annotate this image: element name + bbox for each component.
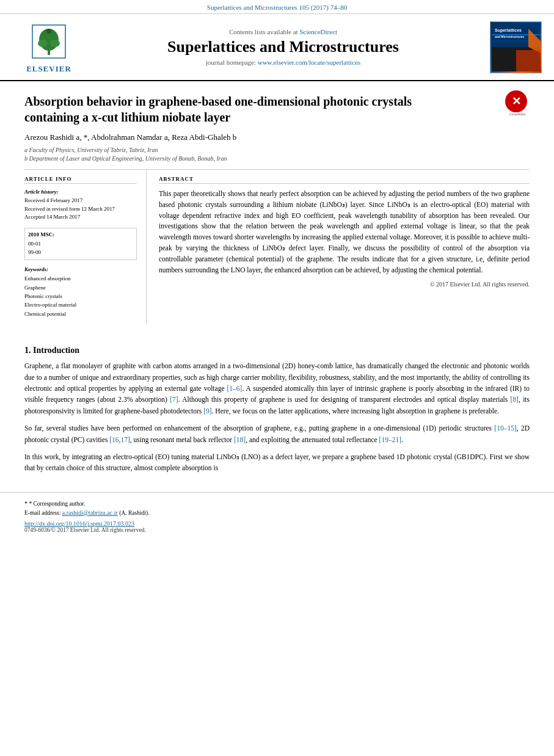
authors-line: Arezou Rashidi a, *, Abdolrahman Namdar …	[24, 133, 530, 142]
svg-text:and Microstructures: and Microstructures	[495, 35, 524, 38]
journal-header: ELSEVIER Contents lists available at Sci…	[0, 14, 554, 81]
sciencedirect-link[interactable]: ScienceDirect	[299, 28, 337, 35]
revised-date: Received in revised form 12 March 2017	[24, 205, 137, 214]
journal-homepage: journal homepage: www.elsevier.com/locat…	[86, 59, 481, 66]
received-date: Received 4 February 2017	[24, 197, 137, 205]
elsevier-logo-area: ELSEVIER	[12, 20, 86, 74]
ref-1-6: [1–6]	[227, 385, 242, 392]
msc-value-2: 99-00	[28, 248, 133, 256]
affiliation-b: b Department of Laser and Optical Engine…	[24, 154, 530, 163]
footer: * * Corresponding author. E-mail address…	[0, 492, 554, 540]
abstract-column: ABSTRACT This paper theoretically shows …	[159, 170, 530, 324]
authors-text: Arezou Rashidi a, *, Abdolrahman Namdar …	[24, 133, 236, 142]
body-paragraph-1: Graphene, a flat monolayer of graphite w…	[24, 360, 530, 416]
keyword-1: Enhanced absorption	[24, 274, 137, 283]
crossmark-icon: ✕	[512, 95, 521, 108]
keywords-label: Keywords:	[24, 266, 137, 272]
journal-title: Superlattices and Microstructures	[86, 38, 481, 56]
sciencedirect-line: Contents lists available at ScienceDirec…	[86, 28, 481, 35]
journal-badge: Superlattices and Microstructures	[490, 21, 542, 73]
svg-point-4	[38, 40, 48, 47]
ref-9: [9]	[203, 407, 211, 415]
svg-marker-12	[516, 50, 541, 71]
elsevier-brand-text: ELSEVIER	[26, 64, 71, 74]
section1-heading: 1. Introduction	[24, 346, 530, 355]
body-content: 1. Introduction Graphene, a flat monolay…	[0, 336, 554, 492]
star-icon: *	[24, 500, 27, 507]
body-paragraph-3: In this work, by integrating an electro-…	[24, 451, 530, 474]
journal-logo-right: Superlattices and Microstructures	[481, 21, 542, 73]
msc-box: 2010 MSC: 00-01 99-00	[24, 228, 137, 261]
keywords-section: Keywords: Enhanced absorption Graphene P…	[24, 266, 137, 318]
accepted-date: Accepted 14 March 2017	[24, 213, 137, 222]
article-content: Absorption behavior in graphene-based on…	[0, 81, 554, 336]
history-label: Article history:	[24, 189, 137, 195]
ref-7: [7]	[170, 396, 178, 403]
msc-value-1: 00-01	[28, 239, 133, 248]
section1-label: 1. Introduction	[24, 346, 79, 355]
article-history: Article history: Received 4 February 201…	[24, 189, 137, 222]
elsevier-tree-icon	[27, 20, 70, 63]
abstract-heading: ABSTRACT	[159, 176, 530, 184]
journal-center: Contents lists available at ScienceDirec…	[86, 28, 481, 66]
doi-link[interactable]: http://dx.doi.org/10.1016/j.spmi.2017.03…	[24, 520, 530, 527]
corresponding-note: * * Corresponding author.	[24, 499, 530, 508]
body-paragraph-2: So far, several studies have been perfor…	[24, 423, 530, 445]
ref-10-15: [10–15]	[494, 424, 516, 432]
crossmark-badge: ✕ CrossMark	[505, 90, 530, 115]
homepage-link[interactable]: www.elsevier.com/locate/superlattices	[258, 59, 361, 66]
email-link[interactable]: a.rashidi@tabrizu.ac.ir	[62, 509, 118, 516]
copyright-line: © 2017 Elsevier Ltd. All rights reserved…	[159, 281, 530, 288]
journal-badge-image: Superlattices and Microstructures	[492, 23, 541, 71]
abstract-text: This paper theoretically shows that near…	[159, 189, 530, 276]
page: Superlattices and Microstructures 105 (2…	[0, 0, 554, 756]
keyword-5: Chemical potential	[24, 310, 137, 318]
keyword-4: Electro-optical material	[24, 300, 137, 309]
journal-citation: Superlattices and Microstructures 105 (2…	[207, 4, 347, 11]
ref-8: [8]	[511, 396, 519, 403]
svg-point-6	[46, 29, 51, 34]
affiliations: a Faculty of Physics, University of Tabr…	[24, 146, 530, 163]
article-info-column: ARTICLE INFO Article history: Received 4…	[24, 170, 147, 324]
keyword-3: Photonic crystals	[24, 292, 137, 300]
article-title: Absorption behavior in graphene-based on…	[24, 93, 452, 125]
svg-point-5	[50, 40, 60, 47]
top-bar: Superlattices and Microstructures 105 (2…	[0, 0, 554, 14]
two-column-layout: ARTICLE INFO Article history: Received 4…	[24, 169, 530, 324]
ref-16-17: [16,17]	[109, 436, 130, 443]
affiliation-a: a Faculty of Physics, University of Tabr…	[24, 146, 530, 154]
email-line: E-mail address: a.rashidi@tabrizu.ac.ir …	[24, 508, 530, 517]
article-info-heading: ARTICLE INFO	[24, 176, 137, 184]
svg-text:Superlattices: Superlattices	[495, 28, 522, 33]
issn-line: 0749-6036/© 2017 Elsevier Ltd. All right…	[24, 527, 530, 533]
ref-18: [18]	[234, 436, 246, 443]
keyword-2: Graphene	[24, 283, 137, 292]
ref-19-21: [19–21]	[379, 436, 401, 443]
msc-title: 2010 MSC:	[28, 231, 133, 238]
crossmark-label: CrossMark	[505, 112, 530, 116]
